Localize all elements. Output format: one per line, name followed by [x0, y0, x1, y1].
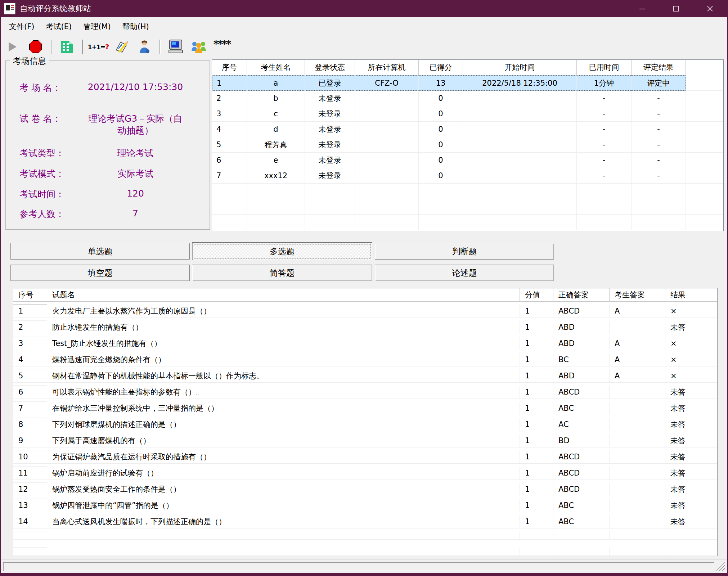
- students-cell[interactable]: 未登录: [305, 91, 355, 106]
- questions-row[interactable]: 4煤粉迅速而完全燃烧的条件有（）1BCA×: [13, 353, 717, 369]
- questions-cell[interactable]: 火力发电厂主要以水蒸汽作为工质的原因是（）: [47, 305, 520, 318]
- students-cell[interactable]: 2022/5/18 12:35:00: [463, 75, 577, 91]
- students-cell[interactable]: [355, 153, 419, 168]
- tab-multi-choice[interactable]: 多选题: [192, 242, 372, 260]
- students-cell[interactable]: 5: [212, 137, 247, 153]
- students-cell[interactable]: -: [577, 106, 632, 122]
- close-button[interactable]: [693, 0, 727, 17]
- students-cell[interactable]: c: [247, 106, 305, 122]
- students-col-header[interactable]: 已用时间: [577, 60, 632, 75]
- menu-manage[interactable]: 管理(M): [77, 19, 117, 34]
- questions-cell[interactable]: 未答: [665, 499, 717, 512]
- students-cell[interactable]: 1: [212, 75, 247, 91]
- questions-row[interactable]: 8下列对钢球磨煤机的描述正确的是（）1AC未答: [13, 418, 717, 434]
- maximize-button[interactable]: [659, 0, 693, 17]
- questions-row[interactable]: 9下列属于高速磨煤机的有（）1BD未答: [13, 434, 717, 450]
- questions-cell[interactable]: A: [610, 353, 665, 366]
- questions-row[interactable]: 1火力发电厂主要以水蒸汽作为工质的原因是（）1ABCDA×: [13, 305, 717, 321]
- students-cell[interactable]: -: [577, 91, 632, 106]
- questions-cell[interactable]: 1: [13, 305, 47, 318]
- questions-cell[interactable]: ABC: [553, 402, 610, 415]
- questions-cell[interactable]: 5: [13, 369, 47, 383]
- questions-cell[interactable]: ABD: [553, 369, 610, 383]
- students-cell[interactable]: b: [247, 91, 305, 106]
- students-cell[interactable]: d: [247, 122, 305, 137]
- questions-row[interactable]: 3Test_防止水锤发生的措施有（）1ABDA×: [13, 337, 717, 353]
- questions-cell[interactable]: 未答: [665, 467, 717, 480]
- questions-col-header[interactable]: 分值: [520, 288, 553, 302]
- questions-col-header[interactable]: 结果: [665, 288, 717, 302]
- questions-cell[interactable]: ABC: [553, 499, 610, 512]
- students-cell[interactable]: [355, 106, 419, 122]
- questions-cell[interactable]: ABD: [553, 337, 610, 350]
- students-cell[interactable]: 2: [212, 91, 247, 106]
- questions-cell[interactable]: [610, 499, 665, 512]
- students-cell[interactable]: xxx12: [247, 168, 305, 184]
- questions-row[interactable]: 6可以表示锅炉性能的主要指标的参数有（）。1ABCD未答: [13, 386, 717, 402]
- questions-cell[interactable]: 1: [520, 369, 553, 383]
- tab-short-answer[interactable]: 简答题: [192, 265, 372, 281]
- students-col-header[interactable]: 所在计算机: [355, 60, 419, 75]
- students-cell[interactable]: e: [247, 153, 305, 168]
- questions-cell[interactable]: 未答: [665, 321, 717, 334]
- students-row[interactable]: 7xxx12未登录0--: [212, 168, 723, 184]
- tab-fill-blank[interactable]: 填空题: [10, 265, 190, 281]
- questions-cell[interactable]: 为保证锅炉蒸汽品质在运行时采取的措施有（）: [47, 450, 520, 464]
- questions-cell[interactable]: 7: [13, 402, 47, 415]
- questions-cell[interactable]: [610, 321, 665, 334]
- stop-exam-button[interactable]: [28, 39, 44, 55]
- score-sheet-button[interactable]: [59, 39, 75, 55]
- questions-cell[interactable]: 未答: [665, 386, 717, 399]
- questions-cell[interactable]: 可以表示锅炉性能的主要指标的参数有（）。: [47, 386, 520, 399]
- questions-cell[interactable]: ABCD: [553, 386, 610, 399]
- questions-cell[interactable]: A: [610, 369, 665, 383]
- questions-cell[interactable]: 当离心式送风机发生喘振时，下列描述正确的是（）: [47, 515, 520, 528]
- questions-cell[interactable]: [610, 434, 665, 447]
- questions-row[interactable]: 7在锅炉给水三冲量控制系统中，三冲量指的是（）1ABC未答: [13, 402, 717, 418]
- menu-file[interactable]: 文件(F): [3, 19, 40, 34]
- questions-cell[interactable]: 1: [520, 467, 553, 480]
- questions-cell[interactable]: 下列对钢球磨煤机的描述正确的是（）: [47, 418, 520, 431]
- students-cell[interactable]: 未登录: [305, 153, 355, 168]
- students-cell[interactable]: 7: [212, 168, 247, 184]
- questions-cell[interactable]: 1: [520, 321, 553, 334]
- students-row[interactable]: 5程芳真未登录0--: [212, 137, 723, 153]
- students-cell[interactable]: -: [577, 137, 632, 153]
- questions-cell[interactable]: ×: [665, 353, 717, 366]
- students-cell[interactable]: -: [632, 137, 686, 153]
- students-cell[interactable]: 13: [419, 75, 463, 91]
- questions-cell[interactable]: 6: [13, 386, 47, 399]
- questions-cell[interactable]: [610, 386, 665, 399]
- manual-grade-button[interactable]: [113, 39, 129, 55]
- students-cell[interactable]: 评定中: [632, 75, 686, 91]
- students-cell[interactable]: 4: [212, 122, 247, 137]
- students-cell[interactable]: -: [577, 168, 632, 184]
- minimize-button[interactable]: [625, 0, 659, 17]
- students-row[interactable]: 4d未登录0--: [212, 122, 723, 137]
- questions-row[interactable]: 13锅炉四管泄露中的“四管”指的是（）1ABC未答: [13, 499, 717, 515]
- questions-cell[interactable]: ABD: [553, 321, 610, 334]
- students-cell[interactable]: [463, 153, 577, 168]
- questions-cell[interactable]: 未答: [665, 450, 717, 464]
- questions-cell[interactable]: 14: [13, 515, 47, 528]
- questions-cell[interactable]: 1: [520, 337, 553, 350]
- students-row[interactable]: 1a已登录CFZ-O132022/5/18 12:35:001分钟评定中: [212, 75, 723, 91]
- students-cell[interactable]: [463, 122, 577, 137]
- questions-row[interactable]: 5钢材在常温静荷下的机械性能的基本指标一般以（）作为标志。1ABDA×: [13, 369, 717, 386]
- questions-cell[interactable]: 1: [520, 353, 553, 366]
- questions-cell[interactable]: 1: [520, 434, 553, 447]
- questions-cell[interactable]: [610, 515, 665, 528]
- questions-col-header[interactable]: 考生答案: [610, 288, 665, 302]
- questions-cell[interactable]: ×: [665, 337, 717, 350]
- students-cell[interactable]: 已登录: [305, 75, 355, 91]
- client-monitor-button[interactable]: [168, 39, 184, 55]
- questions-cell[interactable]: 8: [13, 418, 47, 431]
- questions-cell[interactable]: 1: [520, 483, 553, 496]
- students-cell[interactable]: 0: [419, 153, 463, 168]
- students-cell[interactable]: 未登录: [305, 168, 355, 184]
- students-col-header[interactable]: 已得分: [419, 60, 463, 75]
- questions-cell[interactable]: 在锅炉给水三冲量控制系统中，三冲量指的是（）: [47, 402, 520, 415]
- questions-cell[interactable]: 未答: [665, 402, 717, 415]
- questions-cell[interactable]: 1: [520, 515, 553, 528]
- questions-cell[interactable]: 1: [520, 305, 553, 318]
